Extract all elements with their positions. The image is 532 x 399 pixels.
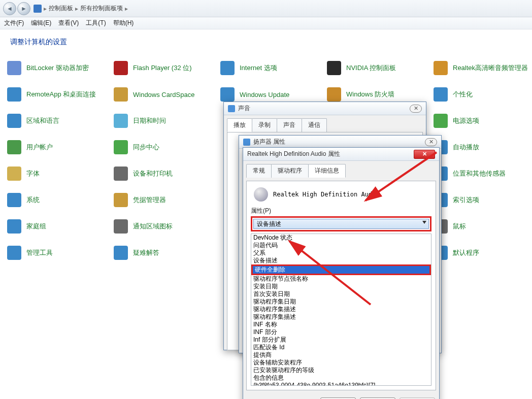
cp-item[interactable]: 自动播放 [434, 140, 532, 154]
control-panel-icon [34, 5, 42, 13]
cp-item[interactable]: 个性化 [434, 87, 532, 102]
tab-recording[interactable]: 录制 [252, 118, 277, 132]
list-item[interactable]: {b3f8fa53-0004-438e-9003-51a46e139bfc}[7… [251, 382, 431, 386]
list-item[interactable]: 父系 [251, 249, 431, 257]
list-item[interactable]: 问题代码 [251, 242, 431, 249]
list-item[interactable]: 驱动程序节点强名称 [251, 275, 431, 283]
cp-item-icon [7, 219, 21, 234]
tab-communications[interactable]: 通信 [302, 118, 327, 132]
list-item[interactable]: 提供商 [251, 351, 431, 359]
cp-item[interactable]: 位置和其他传感器 [434, 167, 532, 181]
sound-close-button[interactable]: ✕ [410, 105, 422, 113]
cp-item-icon [114, 87, 128, 102]
cp-item[interactable]: 同步中心 [114, 140, 215, 154]
back-button[interactable]: ◄ [3, 2, 16, 15]
cp-item[interactable]: 设备和打印机 [114, 167, 215, 181]
cp-item[interactable]: NVIDIA 控制面板 [327, 61, 428, 75]
cp-item[interactable]: 管理工具 [7, 246, 109, 260]
cp-item[interactable]: 用户帐户 [7, 140, 109, 154]
list-item[interactable]: 设备描述 [251, 257, 431, 264]
cp-item-label: 自动播放 [453, 143, 479, 152]
sound-titlebar[interactable]: 声音 ✕ [224, 102, 426, 115]
list-item[interactable]: 硬件全删除 [253, 266, 429, 274]
cp-item-icon [7, 140, 21, 154]
list-item[interactable]: Inf 部分扩展 [251, 336, 431, 344]
device-name: Realtek High Definition Audio [273, 191, 380, 198]
cp-item[interactable]: 日期和时间 [114, 114, 215, 128]
menu-edit[interactable]: 编辑(E) [31, 19, 51, 27]
tab-general[interactable]: 常规 [246, 164, 272, 178]
cp-item[interactable]: Windows Update [220, 87, 322, 102]
list-item[interactable]: 驱动程序集描述 [251, 313, 431, 321]
cp-item[interactable]: 鼠标 [434, 219, 532, 234]
tab-details[interactable]: 详细信息 [308, 164, 346, 178]
menu-tools[interactable]: 工具(T) [86, 19, 106, 27]
cp-item-label: Flash Player (32 位) [133, 63, 192, 73]
cp-item[interactable]: 家庭组 [7, 219, 109, 234]
cp-item[interactable]: Internet 选项 [220, 61, 322, 75]
cp-item[interactable]: 通知区域图标 [114, 219, 215, 234]
list-item[interactable]: INF 部分 [251, 328, 431, 336]
forward-button[interactable]: ► [17, 2, 30, 15]
cp-item-icon [114, 140, 128, 154]
breadcrumb-item[interactable]: 所有控制面板项 [80, 4, 123, 13]
cp-item[interactable]: 疑难解答 [114, 246, 215, 260]
cp-item[interactable]: Windows CardSpace [114, 87, 215, 102]
list-item[interactable]: 安装日期 [251, 283, 431, 290]
list-item[interactable]: 驱动程序集日期 [251, 298, 431, 306]
cp-item[interactable]: Realtek高清晰音频管理器 [434, 61, 532, 75]
cp-item-label: 电源选项 [453, 116, 479, 125]
tab-sounds[interactable]: 声音 [277, 118, 302, 132]
list-item[interactable]: 首次安装日期 [251, 290, 431, 298]
sound-tabs: 播放 录制 声音 通信 [224, 115, 426, 132]
cp-item[interactable]: Flash Player (32 位) [114, 61, 215, 75]
cp-item[interactable]: 系统 [7, 193, 109, 207]
list-item[interactable]: DevNode 状态 [251, 234, 431, 242]
cp-item[interactable]: 凭据管理器 [114, 193, 215, 207]
cp-item-icon [434, 61, 448, 75]
chevron-down-icon [422, 221, 426, 224]
cp-item-icon [7, 193, 21, 207]
menu-file[interactable]: 文件(F) [4, 19, 24, 27]
realtek-tabs: 常规 驱动程序 详细信息 [243, 161, 439, 178]
cp-item-label: 字体 [26, 169, 40, 178]
realtek-titlebar[interactable]: Realtek High Definition Audio 属性 ✕ [243, 148, 439, 161]
cp-item-label: Realtek高清晰音频管理器 [453, 63, 528, 73]
realtek-close-button[interactable]: ✕ [414, 150, 435, 159]
cp-item-icon [114, 167, 128, 181]
speaker-icon [228, 105, 235, 112]
cp-item[interactable]: 索引选项 [434, 193, 532, 207]
explorer-navbar: ◄ ► ▸ 控制面板 ▸ 所有控制面板项 ▸ [0, 0, 532, 17]
cp-item[interactable]: 字体 [7, 167, 109, 181]
menu-view[interactable]: 查看(V) [58, 19, 79, 27]
tab-playback[interactable]: 播放 [227, 118, 252, 132]
cp-item[interactable]: 默认程序 [434, 246, 532, 260]
highlight-selected-item: 硬件全删除 [251, 264, 431, 275]
property-listbox[interactable]: DevNode 状态问题代码父系设备描述硬件全删除驱动程序节点强名称安装日期首次… [251, 234, 431, 386]
breadcrumb-sep: ▸ [125, 5, 128, 12]
speaker-props-close-button[interactable]: ✕ [425, 138, 437, 146]
list-item[interactable]: 匹配设备 Id [251, 344, 431, 351]
cp-item-label: BitLocker 驱动器加密 [26, 63, 89, 73]
cp-item-icon [434, 114, 448, 128]
list-item[interactable]: 设备辅助安装程序 [251, 359, 431, 367]
speaker-icon [243, 139, 250, 146]
cp-item[interactable]: Windows 防火墙 [327, 87, 428, 102]
list-item[interactable]: INF 名称 [251, 321, 431, 328]
cp-item-icon [220, 87, 235, 102]
cp-item-label: 区域和语言 [26, 116, 59, 125]
list-item[interactable]: 驱动程序集描述 [251, 306, 431, 313]
breadcrumb-item[interactable]: 控制面板 [49, 4, 73, 13]
breadcrumb[interactable]: ▸ 控制面板 ▸ 所有控制面板项 ▸ [34, 4, 128, 13]
cp-item-icon [7, 61, 21, 75]
menu-help[interactable]: 帮助(H) [113, 19, 134, 27]
cp-item[interactable]: 电源选项 [434, 114, 532, 128]
cp-item[interactable]: 区域和语言 [7, 114, 109, 128]
cp-item[interactable]: RemoteApp 和桌面连接 [7, 87, 109, 102]
property-dropdown[interactable]: 设备描述 [253, 219, 429, 229]
tab-driver[interactable]: 驱动程序 [271, 164, 309, 178]
cp-item[interactable]: BitLocker 驱动器加密 [7, 61, 109, 75]
list-item[interactable]: 已安装驱动程序的等级 [251, 367, 431, 374]
highlight-property-dropdown: 设备描述 [251, 216, 431, 231]
list-item[interactable]: 包含的信息 [251, 374, 431, 382]
